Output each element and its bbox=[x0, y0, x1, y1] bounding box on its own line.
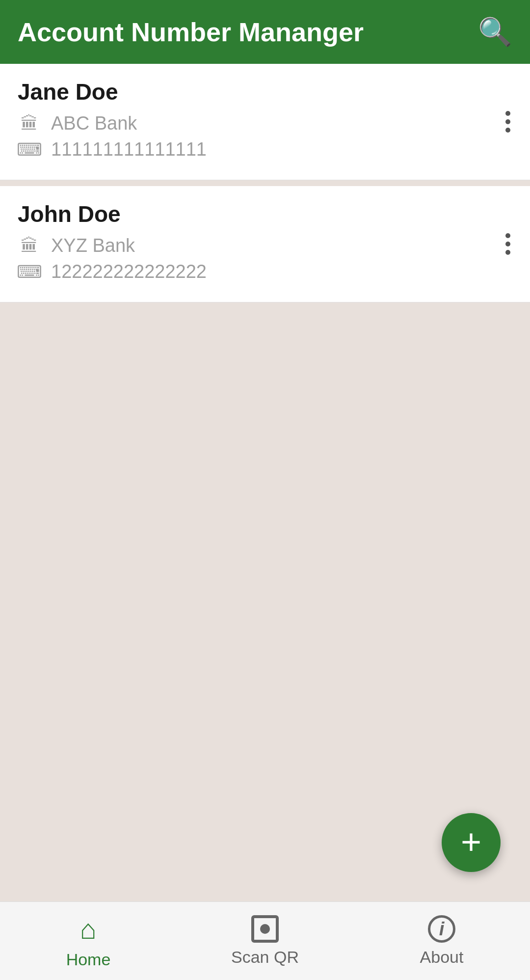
app-header: Account Number Mananger 🔍 bbox=[0, 0, 530, 64]
bottom-navigation: ⌂ Home Scan QR i About bbox=[0, 901, 530, 980]
app-title: Account Number Mananger bbox=[18, 17, 364, 47]
bank-detail-2: XYZ Bank bbox=[18, 235, 512, 256]
account-number-detail-2: 122222222222222 bbox=[18, 261, 512, 282]
add-account-fab[interactable]: + bbox=[442, 813, 501, 872]
plus-icon: + bbox=[461, 824, 481, 859]
home-icon: ⌂ bbox=[80, 913, 97, 945]
nav-label-about: About bbox=[420, 948, 464, 967]
nav-item-about[interactable]: i About bbox=[353, 915, 530, 967]
bank-icon-1 bbox=[18, 113, 41, 134]
more-button-1[interactable] bbox=[501, 106, 515, 137]
content-area: Jane Doe ABC Bank 111111111111111 John D… bbox=[0, 64, 530, 901]
account-name-2: John Doe bbox=[18, 201, 512, 227]
account-number-1: 111111111111111 bbox=[51, 139, 207, 160]
bank-detail-1: ABC Bank bbox=[18, 113, 512, 134]
account-number-detail-1: 111111111111111 bbox=[18, 139, 512, 160]
more-button-2[interactable] bbox=[501, 228, 515, 260]
account-card-1[interactable]: Jane Doe ABC Bank 111111111111111 bbox=[0, 64, 530, 180]
nav-item-home[interactable]: ⌂ Home bbox=[0, 913, 177, 969]
nav-label-scan-qr: Scan QR bbox=[231, 948, 299, 967]
account-card-2[interactable]: John Doe XYZ Bank 122222222222222 bbox=[0, 186, 530, 302]
search-icon[interactable]: 🔍 bbox=[478, 16, 512, 48]
bank-icon-2 bbox=[18, 236, 41, 256]
scan-qr-icon bbox=[251, 915, 279, 943]
keyboard-icon-1 bbox=[18, 139, 41, 160]
info-icon: i bbox=[428, 915, 455, 943]
keyboard-icon-2 bbox=[18, 262, 41, 282]
bank-name-2: XYZ Bank bbox=[51, 235, 135, 256]
nav-label-home: Home bbox=[66, 950, 111, 969]
account-number-2: 122222222222222 bbox=[51, 261, 207, 282]
nav-item-scan-qr[interactable]: Scan QR bbox=[177, 915, 353, 967]
account-name-1: Jane Doe bbox=[18, 79, 512, 105]
bank-name-1: ABC Bank bbox=[51, 113, 137, 134]
